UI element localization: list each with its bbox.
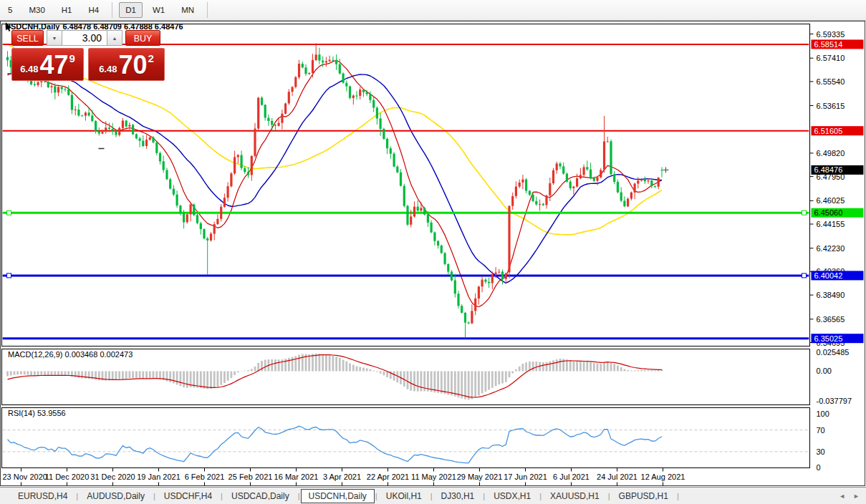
volume-decrease-button[interactable]: ▼ bbox=[47, 30, 62, 46]
date-label: 17 Jun 2021 bbox=[504, 472, 547, 481]
sell-button[interactable]: SELL bbox=[11, 30, 44, 46]
svg-text:-0.037797: -0.037797 bbox=[817, 397, 852, 405]
svg-text:0.025485: 0.025485 bbox=[817, 348, 850, 357]
date-label: 11 Dec 2020 bbox=[45, 472, 90, 481]
timeframe-button-h1[interactable]: H1 bbox=[55, 2, 79, 18]
tab-separator: | bbox=[430, 492, 433, 500]
svg-text:6.48476: 6.48476 bbox=[814, 165, 843, 174]
buy-price-big: 70 bbox=[118, 49, 147, 82]
timeframe-button-mn[interactable]: MN bbox=[175, 2, 201, 18]
buy-button[interactable]: BUY bbox=[125, 30, 160, 46]
tab-separator: | bbox=[375, 492, 377, 500]
buy-price-sup: 2 bbox=[148, 52, 154, 64]
chart-tab-usdcad[interactable]: USDCAD,Daily bbox=[223, 490, 297, 503]
sell-price-big: 47 bbox=[39, 49, 68, 82]
caret-up-icon: ▲ bbox=[112, 36, 117, 41]
tab-separator: | bbox=[221, 492, 223, 500]
timeframe-button-h4[interactable]: H4 bbox=[82, 2, 105, 18]
volume-increase-button[interactable]: ▲ bbox=[107, 30, 122, 46]
buy-price-prefix: 6.48 bbox=[99, 64, 117, 74]
chart-tab-dj30[interactable]: DJ30,H1 bbox=[433, 490, 483, 503]
date-label: 25 Feb 2021 bbox=[228, 472, 273, 481]
date-label: 23 Nov 2020 bbox=[3, 472, 47, 481]
one-click-trading-panel: SELL ▼ 3.00 ▲ BUY 6.48 47 9 6.48 70 bbox=[11, 30, 165, 81]
timeframe-button-5[interactable]: 5 bbox=[1, 2, 19, 18]
svg-text:6.44155: 6.44155 bbox=[817, 220, 845, 228]
svg-text:0: 0 bbox=[817, 463, 821, 472]
volume-input[interactable]: 3.00 bbox=[62, 30, 107, 46]
chart-tab-usdchf[interactable]: USDCHF,H4 bbox=[156, 490, 220, 503]
sell-price-sup: 9 bbox=[69, 52, 75, 64]
date-label: 11 May 2021 bbox=[411, 472, 456, 481]
tab-separator: | bbox=[539, 492, 542, 500]
chart-canvas[interactable]: 6.593356.574106.555406.536156.498206.479… bbox=[0, 21, 866, 487]
macd-label: MACD(12,26,9) 0.003468 0.002473 bbox=[8, 350, 133, 359]
caret-down-icon: ▼ bbox=[52, 36, 57, 41]
svg-text:6.59335: 6.59335 bbox=[817, 30, 845, 39]
buy-price-button[interactable]: 6.48 70 2 bbox=[88, 48, 165, 81]
timeframe-button-w1[interactable]: W1 bbox=[146, 2, 171, 18]
tab-separator: | bbox=[298, 492, 300, 500]
tab-separator: | bbox=[76, 492, 78, 500]
line-handle[interactable] bbox=[802, 273, 807, 278]
svg-text:6.51605: 6.51605 bbox=[814, 127, 843, 135]
svg-text:6.58514: 6.58514 bbox=[814, 40, 843, 49]
date-label: 31 Dec 2020 bbox=[90, 472, 135, 481]
sell-price-button[interactable]: 6.48 47 9 bbox=[11, 48, 84, 81]
date-label: 6 Feb 2021 bbox=[185, 472, 225, 481]
sell-price-prefix: 6.48 bbox=[20, 64, 38, 74]
date-label: 24 Jul 2021 bbox=[597, 472, 638, 481]
toolbar-separator bbox=[207, 2, 208, 18]
svg-text:6.46025: 6.46025 bbox=[817, 196, 845, 205]
date-label: 12 Aug 2021 bbox=[641, 472, 685, 481]
tab-separator: | bbox=[677, 492, 679, 500]
svg-text:0.00: 0.00 bbox=[817, 367, 832, 375]
tab-separator: | bbox=[608, 492, 610, 500]
svg-text:6.40042: 6.40042 bbox=[814, 271, 843, 280]
timeframe-toolbar: 5M30H1H4D1W1MN bbox=[0, 0, 866, 21]
chart-tab-audusd[interactable]: AUDUSD,Daily bbox=[79, 490, 153, 503]
chart-tab-usdcnh[interactable]: USDCNH,Daily bbox=[301, 489, 375, 503]
svg-text:6.53615: 6.53615 bbox=[817, 102, 845, 110]
svg-text:6.49820: 6.49820 bbox=[817, 149, 845, 158]
svg-text:6.57410: 6.57410 bbox=[817, 54, 845, 62]
svg-text:70: 70 bbox=[817, 426, 825, 435]
tab-separator: | bbox=[483, 492, 485, 500]
svg-text:30: 30 bbox=[817, 447, 825, 456]
svg-text:6.35025: 6.35025 bbox=[814, 334, 843, 343]
line-handle[interactable] bbox=[7, 273, 11, 278]
chart-tab-eurusd[interactable]: EURUSD,H4 bbox=[10, 490, 75, 503]
tabs-scroll-left-icon[interactable]: ◄ bbox=[839, 493, 845, 500]
line-handle[interactable] bbox=[802, 210, 807, 215]
date-label: 6 Jul 2021 bbox=[553, 472, 590, 481]
svg-text:6.38490: 6.38490 bbox=[817, 291, 845, 299]
svg-text:6.55540: 6.55540 bbox=[817, 77, 845, 86]
date-label: 29 May 2021 bbox=[457, 472, 503, 481]
toolbar-separator bbox=[112, 2, 112, 18]
line-handle[interactable] bbox=[7, 210, 11, 215]
chart-tab-ukoil[interactable]: UKOil,H1 bbox=[378, 490, 430, 503]
symbol-tab-bar: EURUSD,H4|AUDUSD,Daily|USDCHF,H4|USDCAD,… bbox=[0, 487, 866, 504]
timeframe-button-m30[interactable]: M30 bbox=[22, 2, 51, 18]
date-label: 22 Apr 2021 bbox=[367, 472, 409, 481]
svg-text:6.42230: 6.42230 bbox=[817, 244, 845, 253]
rsi-label: RSI(14) 53.9556 bbox=[8, 409, 66, 417]
chart-window: 6.593356.574106.555406.536156.498206.479… bbox=[0, 21, 866, 487]
svg-text:6.45060: 6.45060 bbox=[814, 208, 843, 217]
trading-terminal: 5M30H1H4D1W1MN 6.593356.574106.555406.53… bbox=[0, 0, 866, 504]
date-label: 19 Jan 2021 bbox=[137, 472, 181, 481]
timeframe-button-d1[interactable]: D1 bbox=[119, 2, 143, 18]
date-label: 3 Apr 2021 bbox=[323, 472, 361, 481]
date-label: 16 Mar 2021 bbox=[274, 472, 319, 481]
svg-text:6.36565: 6.36565 bbox=[817, 315, 845, 324]
chart-tab-usdx[interactable]: USDX,H1 bbox=[486, 490, 539, 503]
tab-separator: | bbox=[153, 492, 155, 500]
svg-text:100: 100 bbox=[817, 410, 829, 418]
tabs-scroll-right-icon[interactable]: ► bbox=[853, 493, 860, 500]
chart-tab-gbpusd[interactable]: GBPUSD,H1 bbox=[611, 490, 676, 503]
chart-tab-xauusd[interactable]: XAUUSD,H1 bbox=[542, 490, 607, 503]
